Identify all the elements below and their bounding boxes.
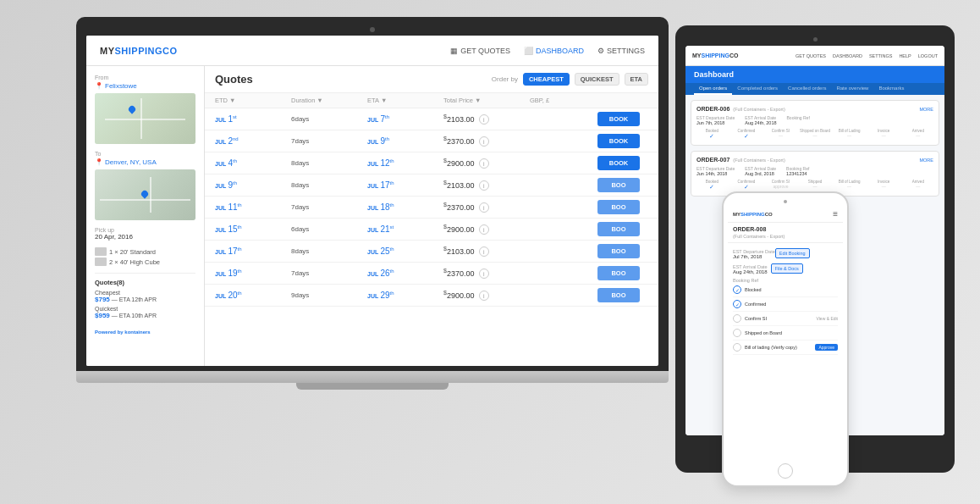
tab-bookmarks[interactable]: Bookmarks [873,83,909,95]
from-label: From [95,75,195,80]
bol-check-icon [733,343,741,352]
eta-cell: JUL 17th [367,180,443,190]
book-button[interactable]: BOOK [597,112,640,126]
book-cell[interactable]: BOOK [597,156,648,170]
nav-dashboard[interactable]: ⬜ DASHBOARD [524,47,584,55]
th-eta: ETA ▼ [367,97,443,104]
cheapest-label: Cheapest [95,290,120,296]
price-cell: $2900.00 i [443,158,530,169]
confirm-si-action[interactable]: View & Edit [817,316,838,321]
cargo-label-2: 2 × 40' High Cube [109,258,160,266]
from-value: 📍 Felixstowe [95,82,195,90]
app-nav: ▦ GET QUOTES ⬜ DASHBOARD ⚙ SETTINGS [450,47,645,55]
book-cell[interactable]: BOOK [597,134,648,148]
order-007-steps: Booked ✓ Confirmed ✓ Confirm SI approve [696,180,933,191]
nav-settings-label: SETTINGS [607,47,645,55]
eta-cell: JUL 29th [367,291,443,300]
main-content: Quotes Order by CHEAPEST QUICKEST ETA ET… [205,66,658,366]
blocked-check-icon: ✓ [733,285,741,294]
nav-get-quotes[interactable]: ▦ GET QUOTES [450,47,510,55]
phone-bezel: MYSHIPPINGCO ≡ ORDER-008 (Full Container… [722,191,849,487]
tab-rate-overview[interactable]: Rate overview [831,83,873,95]
quickest-label: Quickest [95,306,118,312]
tablet-nav-settings[interactable]: SETTINGS [869,53,893,58]
book-button[interactable]: BOOK [597,156,640,170]
laptop-base [76,371,669,383]
step-booked: Booked ✓ [696,129,728,140]
phone-logo: MYSHIPPINGCO [733,212,773,217]
phone-order-id: ORDER-008 [728,223,843,234]
table-row: JUL 9th 8days JUL 17th $2103.00 i BOO [205,174,658,197]
book-button[interactable]: BOO [597,266,640,280]
info-icon[interactable]: i [479,158,489,169]
info-icon[interactable]: i [479,246,489,257]
from-map-pin [127,104,136,114]
info-icon[interactable]: i [479,136,489,147]
tablet-nav-quotes[interactable]: GET QUOTES [796,53,826,58]
confirmed-label: Confirmed [745,302,766,307]
tab-open-orders[interactable]: Open orders [694,83,732,95]
confirm-si-check-icon [733,314,741,323]
table-row: JUL 11th 7days JUL 18th $2370.00 i BOO [205,197,658,219]
cargo-item-2: 2 × 40' High Cube [95,258,195,266]
price-cell: $2103.00 i [443,246,530,258]
pickup-label: Pick up [95,227,195,233]
book-cell: BOO [597,222,648,236]
book-cell[interactable]: BOOK [597,112,648,126]
duration-cell: 7days [291,137,367,145]
tab-cancelled-orders[interactable]: Cancelled orders [783,83,831,95]
info-icon[interactable]: i [479,180,489,191]
sort-cheapest[interactable]: CHEAPEST [523,73,570,86]
etd-cell: JUL 20th [215,291,291,300]
order-007-more[interactable]: MORE [920,158,934,163]
nav-settings[interactable]: ⚙ SETTINGS [597,47,645,55]
phone-edit-booking-btn[interactable]: Edit Booking [775,248,810,258]
phone-step-shipped: Shipped on Board [733,326,838,341]
cargo-icon-2 [95,258,107,266]
order-card-006: ORDER-006 (Full Containers - Export) MOR… [691,100,939,146]
map-road-1 [105,119,185,120]
info-icon[interactable]: i [479,269,489,279]
order-007-booking-ref: Booking Ref 12341234 [786,166,809,176]
book-button[interactable]: BOO [597,288,640,302]
phone-body: EST Departure Date Jul 7th, 2018 Edit Bo… [728,243,843,358]
info-icon[interactable]: i [479,114,489,125]
sort-quickest[interactable]: QUICKEST [575,73,619,86]
sort-eta[interactable]: ETA [625,73,648,86]
007-step-booked: Booked ✓ [696,180,728,191]
phone-etd-value: Jul 7th, 2018 [733,254,775,259]
tablet-nav-logout[interactable]: LOGOUT [918,53,938,58]
step-arrived: Arrived — [902,129,933,140]
order-006-type: (Full Containers - Export) [733,107,785,112]
book-button[interactable]: BOO [597,244,640,258]
powered-by-brand: kontainers [124,330,150,335]
phone-file-docs-btn[interactable]: File & Docs [771,263,803,274]
eta-cell: JUL 21st [367,224,443,234]
info-icon[interactable]: i [479,224,489,235]
book-button[interactable]: BOOK [597,134,640,148]
tablet-nav-help[interactable]: HELP [899,53,911,58]
info-icon[interactable]: i [479,291,489,301]
shipped-check-icon [733,329,741,337]
th-action [597,97,648,104]
book-button[interactable]: BOO [597,178,640,192]
phone-menu-icon[interactable]: ≡ [833,209,838,219]
order-006-more[interactable]: MORE [920,107,934,112]
approve-btn[interactable]: Approve [815,344,838,351]
tablet-nav-dashboard[interactable]: DASHBOARD [833,53,862,58]
phone-screen: MYSHIPPINGCO ≡ ORDER-008 (Full Container… [728,206,843,460]
phone-home-button[interactable] [778,463,793,479]
book-button[interactable]: BOO [597,222,640,236]
table-row: JUL 17th 8days JUL 25th $2103.00 i BOO [205,241,658,263]
info-icon[interactable]: i [479,202,489,213]
book-button[interactable]: BOO [597,200,640,214]
tab-completed-orders[interactable]: Completed orders [732,83,783,95]
eta-cell: JUL 18th [367,202,443,212]
blocked-label: Blocked [745,287,762,292]
cargo-item-1: 1 × 20' Standard [95,247,195,256]
powered-by-text: Powered by [95,330,124,335]
pickup-date: 20 Apr, 2016 [95,233,195,241]
book-cell: BOO [597,178,648,192]
cargo-label-1: 1 × 20' Standard [109,248,156,256]
etd-cell: JUL 15th [215,224,291,234]
